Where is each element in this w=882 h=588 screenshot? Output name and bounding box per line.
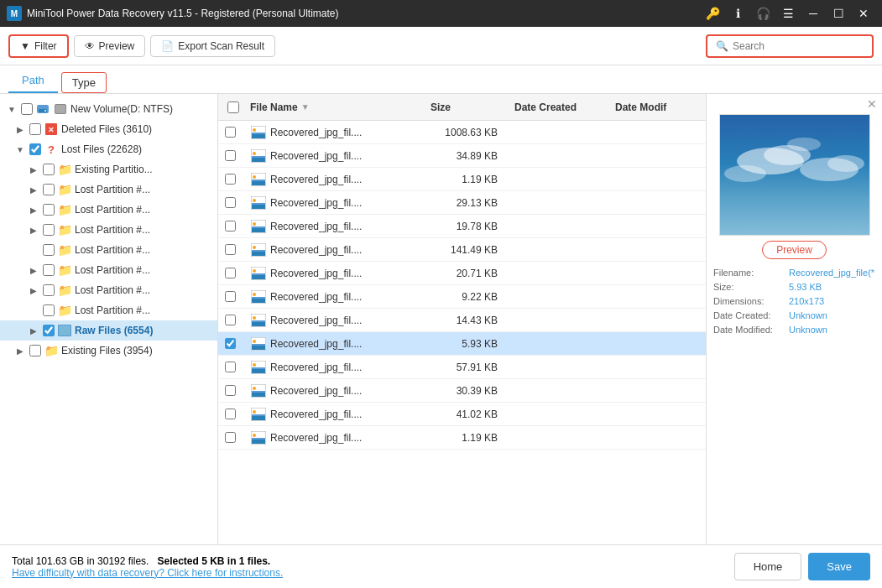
key-icon[interactable]: 🔑 [701,2,724,25]
tree-item-lost-partition-1[interactable]: ▶ 📁 Lost Partition #... [0,180,217,200]
row-checkbox-5[interactable] [225,244,236,255]
tree-cb-lp5[interactable] [43,264,55,276]
table-row[interactable]: Recovered_jpg_fil.... 1.19 KB [218,426,706,450]
row-checkbox-8[interactable] [225,315,236,325]
table-row[interactable]: Recovered_jpg_fil.... 57.91 KB [218,356,706,379]
close-button[interactable]: ✕ [852,2,875,25]
row-checkbox-13[interactable] [225,432,236,443]
row-check[interactable] [225,221,250,232]
tree-cb-root[interactable] [21,103,33,115]
tab-type[interactable]: Type [61,72,107,93]
tree-toggle-root[interactable]: ▼ [5,102,18,116]
header-filename[interactable]: File Name ▼ [250,101,431,113]
tree-toggle-lp2[interactable]: ▶ [27,203,40,216]
tree-toggle-lp6[interactable]: ▶ [27,284,40,297]
row-check[interactable] [225,315,250,325]
tree-cb-lp7[interactable] [43,304,55,316]
row-check[interactable] [225,244,250,255]
table-row[interactable]: Recovered_jpg_fil.... 1008.63 KB [218,121,706,144]
tree-item-root[interactable]: ▼ New Volume(D: NTFS) [0,99,217,119]
row-checkbox-1[interactable] [225,150,236,161]
tree-item-existing-partition[interactable]: ▶ 📁 Existing Partitio... [0,159,217,180]
tree-toggle-lost[interactable]: ▼ [13,143,27,156]
minimize-button[interactable]: ─ [801,2,825,25]
row-check[interactable] [225,174,250,185]
row-check[interactable] [225,127,250,138]
table-row[interactable]: Recovered_jpg_fil.... 19.78 KB [218,215,706,238]
row-check[interactable] [225,385,250,396]
table-row[interactable]: Recovered_jpg_fil.... 30.39 KB [218,379,706,403]
header-checkbox[interactable] [227,101,239,113]
tree-item-lost-partition-5[interactable]: ▶ 📁 Lost Partition #... [0,260,217,280]
table-row[interactable]: Recovered_jpg_fil.... 141.49 KB [218,238,706,262]
save-button[interactable]: Save [808,553,870,580]
tree-item-raw-files[interactable]: ▶ Raw Files (6554) [0,320,217,341]
row-checkbox-7[interactable] [225,291,236,302]
maximize-button[interactable]: ☐ [827,2,850,25]
tree-cb-lp4[interactable] [43,244,55,256]
row-check[interactable] [225,291,250,302]
search-input[interactable] [733,40,864,52]
row-check[interactable] [225,197,250,208]
row-checkbox-2[interactable] [225,174,236,185]
tree-cb-lp2[interactable] [43,204,55,216]
tree-toggle-lp5[interactable]: ▶ [27,263,40,277]
tree-cb-lost[interactable] [29,143,41,155]
export-button[interactable]: 📄 Export Scan Result [150,35,275,57]
tree-item-existing-files[interactable]: ▶ 📁 Existing Files (3954) [0,341,217,361]
row-checkbox-9[interactable] [225,338,236,349]
tree-item-lost-partition-6[interactable]: ▶ 📁 Lost Partition #... [0,280,217,300]
help-link[interactable]: Have difficulty with data recovery? Clic… [12,567,726,579]
preview-detail-button[interactable]: Preview [762,241,827,259]
row-check[interactable] [225,362,250,372]
svg-point-42 [253,293,256,296]
tree-cb-existing[interactable] [29,345,41,356]
row-check[interactable] [225,338,250,349]
tree-item-lost-partition-2[interactable]: ▶ 📁 Lost Partition #... [0,200,217,220]
table-row[interactable]: Recovered_jpg_fil.... 9.22 KB [218,285,706,309]
tree-item-lost-partition-7[interactable]: 📁 Lost Partition #... [0,300,217,320]
preview-close-button[interactable]: ✕ [867,97,877,111]
tree-item-lost[interactable]: ▼ ? Lost Files (22628) [0,139,217,159]
row-check[interactable] [225,150,250,161]
table-row[interactable]: Recovered_jpg_fil.... 34.89 KB [218,144,706,168]
table-row[interactable]: Recovered_jpg_fil.... 5.93 KB [218,332,706,356]
row-checkbox-4[interactable] [225,221,236,232]
preview-button[interactable]: 👁 Preview [74,35,146,57]
tree-toggle-lp1[interactable]: ▶ [27,183,40,196]
tree-toggle-deleted[interactable]: ▶ [13,122,27,136]
row-check[interactable] [225,432,250,443]
table-row[interactable]: Recovered_jpg_fil.... 29.13 KB [218,191,706,215]
tree-item-lost-partition-4[interactable]: 📁 Lost Partition #... [0,240,217,260]
tree-toggle-existing[interactable]: ▶ [13,344,27,357]
tree-toggle-existing-partition[interactable]: ▶ [27,163,40,176]
tree-cb-deleted[interactable] [29,123,41,135]
table-row[interactable]: Recovered_jpg_fil.... 20.71 KB [218,262,706,285]
tree-cb-existing-partition[interactable] [43,164,55,175]
tree-toggle-raw[interactable]: ▶ [27,324,40,337]
info-icon[interactable]: ℹ [726,2,749,25]
tree-item-lost-partition-3[interactable]: ▶ 📁 Lost Partition #... [0,220,217,240]
table-row[interactable]: Recovered_jpg_fil.... 1.19 KB [218,168,706,191]
home-button[interactable]: Home [734,553,802,580]
table-row[interactable]: Recovered_jpg_fil.... 14.43 KB [218,309,706,332]
headphone-icon[interactable]: 🎧 [751,2,775,25]
tree-cb-raw[interactable] [43,325,55,336]
row-checkbox-12[interactable] [225,408,236,419]
row-check[interactable] [225,268,250,278]
tree-toggle-lp3[interactable]: ▶ [27,223,40,237]
tree-item-deleted[interactable]: ▶ ✕ Deleted Files (3610) [0,119,217,139]
tree-cb-lp3[interactable] [43,224,55,236]
row-checkbox-11[interactable] [225,385,236,396]
row-checkbox-3[interactable] [225,197,236,208]
row-checkbox-0[interactable] [225,127,236,138]
tree-cb-lp1[interactable] [43,184,55,195]
row-checkbox-10[interactable] [225,362,236,372]
tab-path[interactable]: Path [8,69,58,93]
menu-icon[interactable]: ☰ [776,2,800,25]
filter-button[interactable]: ▼ Filter [8,34,69,58]
row-check[interactable] [225,408,250,419]
table-row[interactable]: Recovered_jpg_fil.... 41.02 KB [218,403,706,426]
tree-cb-lp6[interactable] [43,284,55,296]
row-checkbox-6[interactable] [225,268,236,278]
